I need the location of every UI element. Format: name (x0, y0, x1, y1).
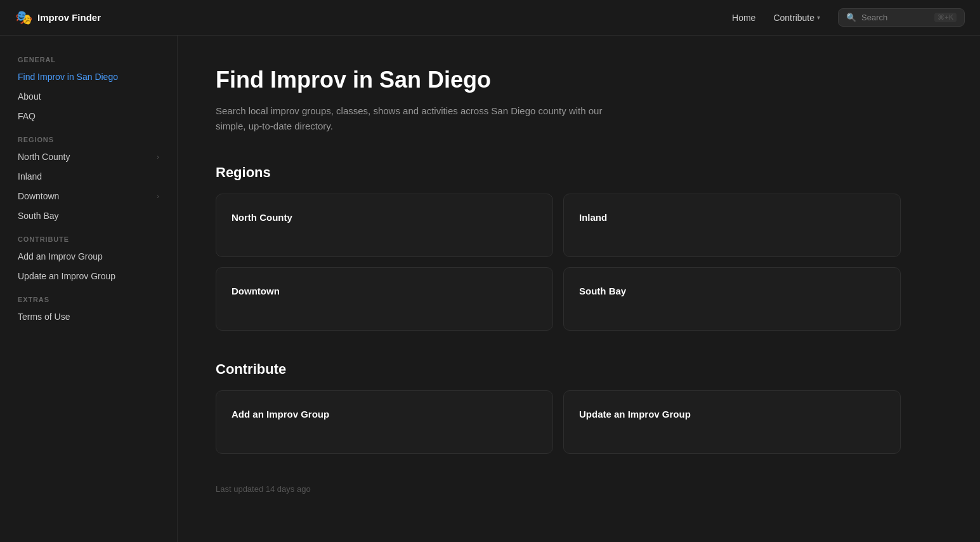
search-bar[interactable]: 🔍 Search ⌘+K (838, 8, 965, 27)
inland-card[interactable]: Inland (563, 194, 901, 257)
header-nav: Home Contribute ▾ (724, 9, 828, 27)
search-icon: 🔍 (846, 13, 856, 22)
home-nav-link[interactable]: Home (724, 9, 763, 27)
north-county-card[interactable]: North County (216, 194, 553, 257)
search-placeholder: Search (861, 13, 929, 22)
update-improv-group-card[interactable]: Update an Improv Group (563, 390, 901, 454)
sidebar-section-regions-label: REGIONS (10, 131, 167, 147)
contribute-section-title: Contribute (216, 361, 901, 378)
sidebar-item-update-improv-group[interactable]: Update an Improv Group (10, 267, 167, 286)
sidebar-item-terms-of-use[interactable]: Terms of Use (10, 307, 167, 326)
regions-card-grid: North County Inland Downtown South Bay (216, 194, 901, 331)
sidebar-item-add-improv-group[interactable]: Add an Improv Group (10, 247, 167, 266)
downtown-card[interactable]: Downtown (216, 267, 553, 331)
logo[interactable]: 🎭 Improv Finder (15, 10, 101, 26)
sidebar-section-general-label: GENERAL (10, 51, 167, 67)
sidebar-section-extras-label: EXTRAS (10, 291, 167, 307)
sidebar-item-faq[interactable]: FAQ (10, 107, 167, 126)
page-title: Find Improv in San Diego (216, 66, 901, 93)
logo-text: Improv Finder (37, 12, 101, 23)
app-body: GENERAL Find Improv in San Diego About F… (0, 36, 980, 542)
sidebar-item-north-county[interactable]: North County › (10, 147, 167, 166)
contribute-card-grid: Add an Improv Group Update an Improv Gro… (216, 390, 901, 454)
header: 🎭 Improv Finder Home Contribute ▾ 🔍 Sear… (0, 0, 980, 36)
north-county-chevron-icon: › (157, 153, 159, 161)
sidebar-item-downtown[interactable]: Downtown › (10, 187, 167, 206)
search-shortcut: ⌘+K (934, 13, 957, 22)
sidebar: GENERAL Find Improv in San Diego About F… (0, 36, 178, 542)
last-updated: Last updated 14 days ago (216, 484, 901, 494)
logo-icon: 🎭 (15, 10, 32, 26)
add-improv-group-card[interactable]: Add an Improv Group (216, 390, 553, 454)
contribute-chevron-icon: ▾ (817, 14, 820, 21)
sidebar-item-south-bay[interactable]: South Bay (10, 206, 167, 225)
sidebar-section-contribute-label: CONTRIBUTE (10, 230, 167, 247)
page-description: Search local improv groups, classes, sho… (216, 103, 622, 134)
sidebar-item-inland[interactable]: Inland (10, 167, 167, 186)
main-content: Find Improv in San Diego Search local im… (178, 36, 939, 542)
downtown-chevron-icon: › (157, 192, 159, 200)
regions-section-title: Regions (216, 164, 901, 181)
sidebar-item-about[interactable]: About (10, 87, 167, 106)
sidebar-item-find-improv[interactable]: Find Improv in San Diego (10, 67, 167, 86)
south-bay-card[interactable]: South Bay (563, 267, 901, 331)
contribute-nav-link[interactable]: Contribute ▾ (766, 9, 828, 27)
